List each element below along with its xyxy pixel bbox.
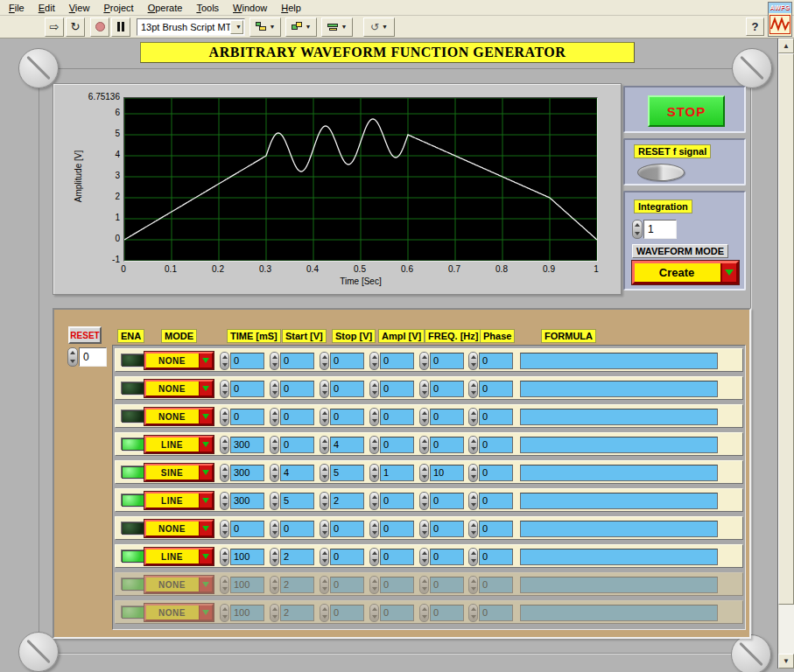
spin-up-icon[interactable] <box>320 409 328 417</box>
dropdown-arrow-icon[interactable] <box>199 382 212 396</box>
integration-value-field[interactable]: 1 <box>643 220 677 239</box>
time-value-field[interactable]: 300 <box>230 493 264 509</box>
phase-spinner[interactable] <box>468 548 478 566</box>
spin-down-icon[interactable] <box>469 529 477 538</box>
spin-up-icon[interactable] <box>469 353 477 361</box>
start-spinner[interactable] <box>270 352 279 370</box>
mode-dropdown[interactable]: SINE <box>144 464 214 481</box>
enable-led[interactable] <box>122 382 144 395</box>
spin-down-icon[interactable] <box>320 473 328 482</box>
start-value-field[interactable]: 0 <box>280 521 314 537</box>
stop-spinner[interactable] <box>320 548 329 566</box>
reorder-button[interactable]: ↺▼ <box>363 18 395 37</box>
ampl-spinner[interactable] <box>369 492 379 510</box>
spin-up-icon[interactable] <box>420 521 428 529</box>
spin-down-icon[interactable] <box>320 557 328 566</box>
table-reset-value-field[interactable]: 0 <box>79 347 107 367</box>
formula-field[interactable] <box>520 353 718 369</box>
time-spinner[interactable] <box>220 464 229 482</box>
ampl-value-field[interactable]: 0 <box>380 381 414 397</box>
enable-led[interactable] <box>122 354 144 367</box>
ampl-spinner[interactable] <box>369 464 379 482</box>
run-button[interactable]: ⇨ <box>45 18 64 37</box>
waveform-mode-dropdown[interactable]: Create <box>632 261 739 284</box>
spin-up-icon[interactable] <box>420 381 428 389</box>
freq-spinner[interactable] <box>419 352 429 370</box>
spin-down-icon[interactable] <box>420 445 428 454</box>
spin-down-icon[interactable] <box>271 361 278 370</box>
phase-spinner[interactable] <box>468 464 478 482</box>
stop-spinner[interactable] <box>320 380 329 398</box>
freq-value-field[interactable]: 0 <box>430 521 464 537</box>
time-spinner[interactable] <box>220 352 229 370</box>
spin-up-icon[interactable] <box>469 381 477 389</box>
scrollbar-thumb[interactable] <box>778 53 794 605</box>
enable-led[interactable] <box>122 494 144 507</box>
abort-button[interactable] <box>90 18 109 37</box>
start-value-field[interactable]: 2 <box>280 549 314 565</box>
mode-dropdown[interactable]: NONE <box>144 352 214 369</box>
phase-spinner[interactable] <box>468 380 478 398</box>
menu-file[interactable]: File <box>2 1 32 15</box>
stop-value-field[interactable]: 0 <box>330 409 364 425</box>
stop-value-field[interactable]: 4 <box>330 437 364 453</box>
spin-up-icon[interactable] <box>633 220 642 229</box>
spin-up-icon[interactable] <box>370 437 378 445</box>
spin-up-icon[interactable] <box>469 465 477 473</box>
ampl-spinner[interactable] <box>369 436 379 454</box>
align-objects-button[interactable]: ▼ <box>249 18 281 37</box>
freq-value-field[interactable]: 0 <box>430 381 464 397</box>
spin-down-icon[interactable] <box>68 357 77 366</box>
freq-value-field[interactable]: 0 <box>430 493 464 509</box>
spin-down-icon[interactable] <box>370 557 378 566</box>
ampl-spinner[interactable] <box>369 520 379 538</box>
formula-field[interactable] <box>520 521 718 537</box>
spin-down-icon[interactable] <box>420 417 428 426</box>
ampl-value-field[interactable]: 0 <box>380 493 414 509</box>
dropdown-arrow-icon[interactable] <box>199 438 212 452</box>
table-reset-button[interactable]: RESET <box>68 326 102 344</box>
stop-value-field[interactable]: 0 <box>330 521 364 537</box>
mode-dropdown[interactable]: LINE <box>144 492 214 509</box>
phase-value-field[interactable]: 0 <box>479 381 513 397</box>
spin-up-icon[interactable] <box>420 353 428 361</box>
spin-up-icon[interactable] <box>320 521 328 529</box>
time-value-field[interactable]: 0 <box>230 381 264 397</box>
spin-up-icon[interactable] <box>271 353 278 361</box>
vertical-scrollbar[interactable]: ▲ ▼ <box>777 38 794 668</box>
spin-up-icon[interactable] <box>221 521 228 529</box>
dropdown-arrow-icon[interactable] <box>199 522 212 536</box>
time-spinner[interactable] <box>220 408 229 426</box>
context-help-button[interactable]: ? <box>746 18 764 36</box>
spin-down-icon[interactable] <box>221 361 228 370</box>
spin-down-icon[interactable] <box>370 501 378 510</box>
start-spinner[interactable] <box>270 464 279 482</box>
spin-down-icon[interactable] <box>469 361 477 370</box>
start-value-field[interactable]: 0 <box>280 437 314 453</box>
dropdown-arrow-icon[interactable] <box>199 354 212 368</box>
enable-led[interactable] <box>122 410 144 423</box>
spin-down-icon[interactable] <box>469 557 477 566</box>
spin-down-icon[interactable] <box>271 529 278 538</box>
dropdown-arrow-icon[interactable] <box>199 410 212 424</box>
menu-operate[interactable]: Operate <box>141 1 190 15</box>
spin-up-icon[interactable] <box>221 437 228 445</box>
reset-f-signal-switch[interactable] <box>637 164 685 181</box>
spin-up-icon[interactable] <box>420 549 428 557</box>
stop-spinner[interactable] <box>320 408 329 426</box>
spin-up-icon[interactable] <box>420 493 428 501</box>
spin-up-icon[interactable] <box>469 409 477 417</box>
stop-value-field[interactable]: 0 <box>330 353 364 369</box>
enable-led[interactable] <box>122 522 144 535</box>
spin-up-icon[interactable] <box>420 465 428 473</box>
spin-down-icon[interactable] <box>221 529 228 538</box>
spin-down-icon[interactable] <box>271 557 278 566</box>
phase-spinner[interactable] <box>468 520 478 538</box>
freq-value-field[interactable]: 0 <box>430 353 464 369</box>
spin-down-icon[interactable] <box>420 473 428 482</box>
dropdown-arrow-icon[interactable] <box>199 494 212 508</box>
freq-spinner[interactable] <box>419 380 429 398</box>
spin-down-icon[interactable] <box>420 557 428 566</box>
phase-spinner[interactable] <box>468 408 478 426</box>
phase-value-field[interactable]: 0 <box>479 549 513 565</box>
